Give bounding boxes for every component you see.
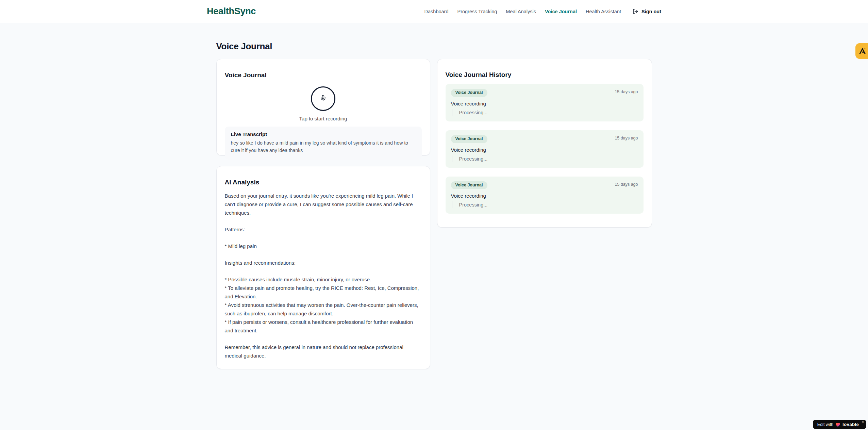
nav-item-meal-analysis[interactable]: Meal Analysis bbox=[506, 9, 536, 14]
page-title: Voice Journal bbox=[216, 29, 652, 52]
edit-badge-prefix: Edit with bbox=[817, 422, 833, 427]
transcript-label: Live Transcript bbox=[231, 131, 416, 137]
history-title: Voice Journal History bbox=[446, 71, 644, 79]
entry-label: Voice recording bbox=[451, 101, 638, 106]
mic-area: Tap to start recording bbox=[225, 84, 422, 121]
heart-icon bbox=[835, 422, 840, 427]
amber-app-badge[interactable] bbox=[855, 43, 868, 59]
ai-analysis-card: AI Analysis Based on your journal entry,… bbox=[216, 166, 430, 369]
content-grid: Voice Journal Tap to start recording bbox=[216, 59, 652, 369]
live-transcript-box: Live Transcript hey so like I do have a … bbox=[225, 127, 422, 160]
entry-status: Processing... bbox=[452, 155, 638, 162]
voice-recorder-card: Voice Journal Tap to start recording bbox=[216, 59, 430, 155]
analysis-paragraph: * Mild leg pain bbox=[225, 242, 422, 250]
entry-label: Voice recording bbox=[451, 147, 638, 153]
microphone-icon bbox=[320, 95, 327, 102]
entry-type-badge: Voice Journal bbox=[451, 181, 487, 189]
history-entries: Voice Journal 15 days ago Voice recordin… bbox=[446, 84, 644, 214]
caret-logo-icon bbox=[855, 47, 867, 55]
main-content: Voice Journal Voice Journal bbox=[216, 29, 652, 369]
analysis-body: Based on your journal entry, it sounds l… bbox=[225, 192, 422, 360]
analysis-paragraph: * Possible causes include muscle strain,… bbox=[225, 275, 422, 335]
history-entry[interactable]: Voice Journal 15 days ago Voice recordin… bbox=[446, 130, 644, 168]
entry-label: Voice recording bbox=[451, 193, 638, 199]
analysis-paragraph: Based on your journal entry, it sounds l… bbox=[225, 192, 422, 217]
history-entry[interactable]: Voice Journal 15 days ago Voice recordin… bbox=[446, 84, 644, 121]
analysis-card-title: AI Analysis bbox=[225, 179, 422, 186]
voice-journal-page: { "header": { "brand": "HealthSync", "na… bbox=[0, 0, 868, 430]
entry-status: Processing... bbox=[452, 109, 638, 116]
analysis-paragraph: Insights and recommendations: bbox=[225, 259, 422, 267]
close-icon[interactable]: × bbox=[862, 420, 864, 424]
voice-journal-history-card: Voice Journal History Voice Journal 15 d… bbox=[437, 59, 652, 228]
log-out-icon bbox=[633, 9, 638, 14]
entry-timestamp: 15 days ago bbox=[615, 182, 638, 187]
entry-type-badge: Voice Journal bbox=[451, 135, 487, 143]
analysis-paragraph: Remember, this advice is general in natu… bbox=[225, 343, 422, 360]
nav-item-health-assistant[interactable]: Health Assistant bbox=[586, 9, 621, 14]
main-nav: Dashboard Progress Tracking Meal Analysi… bbox=[424, 9, 661, 14]
entry-timestamp: 15 days ago bbox=[615, 89, 638, 94]
analysis-paragraph: Patterns: bbox=[225, 225, 422, 234]
entry-header: Voice Journal 15 days ago bbox=[451, 181, 638, 189]
top-bar-inner: HealthSync Dashboard Progress Tracking M… bbox=[207, 0, 661, 23]
app-logo[interactable]: HealthSync bbox=[207, 6, 256, 17]
record-hint: Tap to start recording bbox=[299, 116, 347, 121]
transcript-text: hey so like I do have a mild pain in my … bbox=[231, 139, 416, 154]
sign-out-button[interactable]: Sign out bbox=[633, 9, 661, 14]
left-column: Voice Journal Tap to start recording bbox=[216, 59, 430, 369]
lovable-brand-label: lovable bbox=[842, 422, 859, 427]
edit-with-lovable-badge[interactable]: Edit with lovable × bbox=[813, 420, 866, 429]
entry-timestamp: 15 days ago bbox=[615, 136, 638, 140]
nav-item-voice-journal[interactable]: Voice Journal bbox=[545, 9, 577, 14]
entry-type-badge: Voice Journal bbox=[451, 89, 487, 97]
top-bar: HealthSync Dashboard Progress Tracking M… bbox=[0, 0, 868, 23]
nav-item-progress-tracking[interactable]: Progress Tracking bbox=[457, 9, 497, 14]
entry-header: Voice Journal 15 days ago bbox=[451, 89, 638, 97]
entry-status: Processing... bbox=[452, 201, 638, 208]
recorder-card-title: Voice Journal bbox=[225, 71, 422, 79]
record-button[interactable] bbox=[311, 86, 335, 111]
entry-header: Voice Journal 15 days ago bbox=[451, 135, 638, 143]
nav-item-dashboard[interactable]: Dashboard bbox=[424, 9, 449, 14]
sign-out-label: Sign out bbox=[641, 9, 661, 14]
history-entry[interactable]: Voice Journal 15 days ago Voice recordin… bbox=[446, 177, 644, 214]
